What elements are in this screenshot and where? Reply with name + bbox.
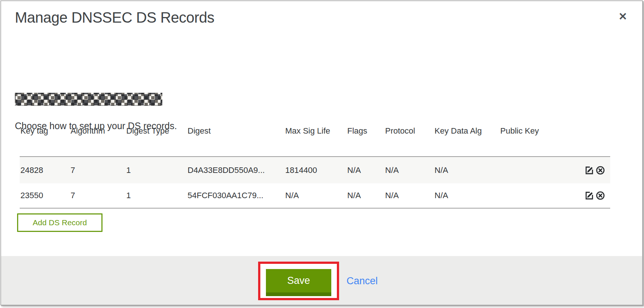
edit-record-button[interactable] xyxy=(584,190,595,201)
column-header-max-sig-life: Max Sig Life xyxy=(285,126,330,136)
delete-record-button[interactable] xyxy=(595,190,606,201)
table-bottom-divider xyxy=(20,208,610,209)
edit-icon xyxy=(584,191,594,201)
delete-record-button[interactable] xyxy=(595,165,606,176)
table-row: 23550 7 1 54FCF030AA1C79... N/A N/A N/A … xyxy=(20,183,610,208)
cell-digest-type: 1 xyxy=(126,166,131,175)
circle-x-icon xyxy=(595,165,605,175)
cancel-link[interactable]: Cancel xyxy=(347,275,378,287)
cell-digest-type: 1 xyxy=(126,191,131,200)
column-header-key-tag: Key tag xyxy=(20,126,48,136)
close-icon: ✕ xyxy=(618,11,627,22)
cell-algorithm: 7 xyxy=(71,191,75,200)
dialog-footer: Save Cancel xyxy=(1,256,642,305)
cell-key-tag: 24828 xyxy=(20,166,43,175)
cell-max-sig-life: 1814400 xyxy=(285,166,317,175)
column-header-public-key: Public Key xyxy=(500,126,539,136)
column-header-key-data-alg: Key Data Alg xyxy=(435,126,482,136)
cell-protocol: N/A xyxy=(385,166,399,175)
save-highlight-annotation: Save xyxy=(258,262,339,300)
table-row: 24828 7 1 D4A33E8DD550A9... 1814400 N/A … xyxy=(20,157,610,183)
cell-key-data-alg: N/A xyxy=(435,166,448,175)
edit-icon xyxy=(584,165,594,175)
table-header: Key tag Algorithm Digest Type Digest Max… xyxy=(15,126,611,137)
dnssec-dialog: Manage DNSSEC DS Records ✕ Choose how to… xyxy=(0,0,643,305)
cell-algorithm: 7 xyxy=(71,166,75,175)
cell-key-tag: 23550 xyxy=(20,191,43,200)
cell-protocol: N/A xyxy=(385,191,399,200)
redacted-domain-name xyxy=(15,93,162,106)
column-header-algorithm: Algorithm xyxy=(71,126,105,136)
add-ds-record-button[interactable]: Add DS Record xyxy=(17,213,103,232)
save-button[interactable]: Save xyxy=(266,269,331,296)
cell-flags: N/A xyxy=(347,166,361,175)
close-button[interactable]: ✕ xyxy=(615,9,631,25)
column-header-protocol: Protocol xyxy=(385,126,415,136)
cell-max-sig-life: N/A xyxy=(285,191,299,200)
column-header-digest: Digest xyxy=(188,126,211,136)
edit-record-button[interactable] xyxy=(584,165,595,176)
dialog-title: Manage DNSSEC DS Records xyxy=(15,9,214,26)
cell-key-data-alg: N/A xyxy=(435,191,448,200)
cell-flags: N/A xyxy=(347,191,361,200)
cell-digest: D4A33E8DD550A9... xyxy=(188,166,265,175)
column-header-digest-type: Digest Type xyxy=(126,126,169,136)
cell-digest: 54FCF030AA1C79... xyxy=(188,191,263,200)
ds-records-table: Key tag Algorithm Digest Type Digest Max… xyxy=(15,126,611,209)
column-header-flags: Flags xyxy=(347,126,367,136)
circle-x-icon xyxy=(595,191,605,201)
